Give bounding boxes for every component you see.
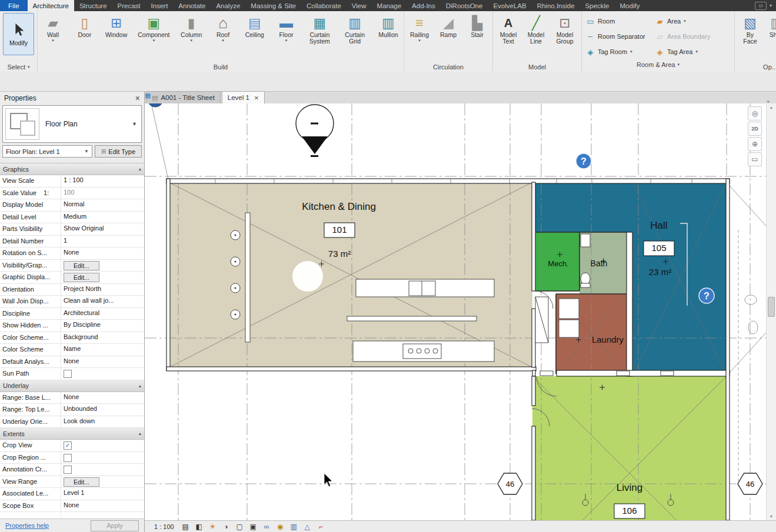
checkbox[interactable] bbox=[64, 454, 72, 462]
component-tool[interactable]: ▣Component▾ bbox=[135, 13, 172, 44]
grid-bubble-right[interactable]: 46 bbox=[738, 473, 762, 494]
model-text-tool[interactable]: AModel Text bbox=[496, 13, 521, 46]
file-tab[interactable]: File bbox=[0, 0, 28, 11]
zoom-icon[interactable]: ⊕ bbox=[748, 137, 762, 151]
roof-tool[interactable]: ⌂Roof▾ bbox=[211, 13, 235, 44]
property-value[interactable]: Background bbox=[61, 332, 144, 344]
section-header-graphics[interactable]: Graphics▴ bbox=[0, 163, 144, 175]
property-value[interactable]: 1 : 100 bbox=[61, 175, 144, 187]
room-label-laundry[interactable]: Laundry bbox=[592, 334, 624, 344]
tag-room-tool[interactable]: ◈Tag Room▾ bbox=[584, 44, 654, 59]
model-line-tool[interactable]: ╱Model Line bbox=[524, 13, 548, 46]
room-label-kitchen[interactable]: Kitchen & Dining bbox=[302, 201, 376, 212]
hide-analytical-model-icon[interactable]: △ bbox=[303, 523, 312, 531]
reveal-constraints-icon[interactable]: ⌐ bbox=[317, 523, 325, 531]
temporary-view-properties-icon[interactable]: ▥ bbox=[289, 523, 298, 531]
ribbon-tab-massing-site[interactable]: Massing & Site bbox=[245, 0, 301, 11]
show-crop-region-icon[interactable]: ▣ bbox=[249, 523, 258, 531]
door-tool[interactable]: ▯Door bbox=[72, 13, 97, 39]
collapse-icon[interactable]: ▴ bbox=[139, 166, 141, 172]
property-value[interactable]: Architectural bbox=[61, 308, 144, 320]
ribbon-options-icon[interactable]: ▭ bbox=[755, 2, 767, 10]
scroll-up-icon[interactable]: ▴ bbox=[767, 105, 776, 110]
temporary-hide-isolate-icon[interactable]: ∞ bbox=[262, 523, 271, 531]
ceiling-tool[interactable]: ▤Ceiling bbox=[242, 13, 267, 39]
property-value[interactable]: None bbox=[61, 356, 144, 368]
steering-wheel-2d-icon[interactable]: 2D bbox=[748, 122, 762, 136]
floor-plan-canvas[interactable]: 46 46 ? ? Kitchen & Dining 101 73 m² bbox=[145, 103, 766, 520]
chevron-down-icon[interactable]: ▾ bbox=[770, 3, 772, 8]
type-selector[interactable]: Floor Plan ▼ bbox=[2, 105, 142, 143]
shaft-tool[interactable]: ▥Shaft bbox=[764, 13, 776, 39]
visual-style-icon[interactable]: ◧ bbox=[195, 523, 204, 531]
modify-button[interactable]: Modify bbox=[3, 13, 34, 55]
view-tab-title-sheet[interactable]: ▤ A001 - Title Sheet bbox=[146, 91, 221, 103]
help-marker[interactable]: ? bbox=[576, 153, 591, 169]
room-label-hall[interactable]: Hall bbox=[650, 220, 667, 231]
ribbon-tab-dirootsone[interactable]: DiRootsOne bbox=[441, 0, 488, 11]
tag-area-tool[interactable]: ◈Tag Area▾ bbox=[654, 44, 728, 59]
ribbon-tab-rhino-inside[interactable]: Rhino.Inside bbox=[532, 0, 580, 11]
vertical-scrollbar[interactable]: ▴ ▾ bbox=[766, 103, 776, 520]
room-label-mech[interactable]: Mech. bbox=[548, 259, 568, 268]
help-marker[interactable]: ? bbox=[699, 288, 714, 303]
ribbon-tab-collaborate[interactable]: Collaborate bbox=[301, 0, 347, 11]
chevron-down-icon[interactable]: ▼ bbox=[132, 121, 141, 127]
instance-selector[interactable]: Floor Plan: Level 1▼ bbox=[2, 145, 92, 158]
ramp-tool[interactable]: ◢Ramp bbox=[436, 13, 461, 39]
room-separator-tool[interactable]: ╌Room Separator bbox=[584, 29, 654, 44]
room-label-bath[interactable]: Bath bbox=[591, 259, 608, 268]
column-tool[interactable]: ▮Column▾ bbox=[179, 13, 204, 44]
collapse-icon[interactable]: ▴ bbox=[139, 383, 141, 389]
room-label-living[interactable]: Living bbox=[617, 482, 642, 493]
property-value[interactable]: 100 bbox=[61, 188, 144, 199]
close-tab-icon[interactable]: × bbox=[254, 93, 259, 102]
ribbon-tab-architecture[interactable]: Architecture bbox=[28, 0, 74, 11]
section-header-underlay[interactable]: Underlay▴ bbox=[0, 380, 144, 392]
ribbon-tab-precast[interactable]: Precast bbox=[112, 0, 146, 11]
collapse-icon[interactable]: ▴ bbox=[139, 431, 141, 436]
ribbon-tab-add-ins[interactable]: Add-Ins bbox=[407, 0, 441, 11]
property-value[interactable]: Show Original bbox=[61, 223, 144, 235]
curtain-system-tool[interactable]: ▦Curtain System bbox=[305, 13, 334, 46]
property-value[interactable]: Clean all wall jo... bbox=[61, 296, 144, 307]
view-tab-level-1[interactable]: ▦ Level 1 × bbox=[222, 91, 265, 103]
room-living[interactable] bbox=[532, 376, 727, 520]
ribbon-tab-manage[interactable]: Manage bbox=[372, 0, 407, 11]
window-tool[interactable]: ⊞Window bbox=[104, 13, 129, 39]
sun-path-icon[interactable]: ☀ bbox=[208, 523, 217, 531]
section-header-extents[interactable]: Extents▴ bbox=[0, 428, 144, 440]
edit-button[interactable]: Edit... bbox=[64, 477, 99, 487]
room-tool[interactable]: ▭Room bbox=[584, 14, 654, 29]
scroll-down-icon[interactable]: ▾ bbox=[767, 514, 776, 519]
property-value[interactable]: Normal bbox=[61, 199, 144, 211]
property-value[interactable]: Project North bbox=[61, 284, 144, 296]
ribbon-tab-view[interactable]: View bbox=[347, 0, 372, 11]
property-value[interactable]: None bbox=[61, 247, 144, 259]
elevation-marker[interactable] bbox=[148, 103, 163, 107]
reveal-hidden-elements-icon[interactable]: ◉ bbox=[276, 523, 285, 531]
ribbon-tab-analyze[interactable]: Analyze bbox=[211, 0, 245, 11]
ribbon-tab-annotate[interactable]: Annotate bbox=[173, 0, 211, 11]
properties-help-link[interactable]: Properties help bbox=[5, 522, 49, 529]
area-boundary-tool[interactable]: ▱Area Boundary bbox=[654, 29, 728, 44]
floor-tool[interactable]: ▬Floor▾ bbox=[274, 13, 299, 44]
property-value[interactable]: Name bbox=[61, 344, 144, 356]
ribbon-tab-insert[interactable]: Insert bbox=[146, 0, 174, 11]
mullion-tool[interactable]: ▥Mullion bbox=[376, 13, 401, 39]
detail-level-icon[interactable]: ▤ bbox=[181, 523, 190, 531]
section-marker[interactable] bbox=[296, 105, 334, 157]
property-value[interactable]: Unbounded bbox=[61, 404, 144, 416]
ribbon-tab-evolvelab[interactable]: EvolveLAB bbox=[488, 0, 531, 11]
grid-bubble-left[interactable]: 46 bbox=[498, 473, 522, 494]
close-icon[interactable]: × bbox=[135, 93, 140, 103]
apply-button[interactable]: Apply bbox=[91, 520, 139, 531]
edit-type-button[interactable]: ⊞ Edit Type bbox=[95, 145, 142, 158]
property-value[interactable]: Look down bbox=[61, 416, 144, 428]
curtain-grid-tool[interactable]: ▥Curtain Grid bbox=[341, 13, 369, 46]
checkbox[interactable] bbox=[64, 466, 72, 474]
scrollbar-thumb[interactable] bbox=[768, 297, 775, 317]
ribbon-tab-speckle[interactable]: Speckle bbox=[580, 0, 615, 11]
model-group-tool[interactable]: ⊡Model Group bbox=[551, 13, 578, 46]
property-value[interactable]: None bbox=[61, 392, 144, 404]
